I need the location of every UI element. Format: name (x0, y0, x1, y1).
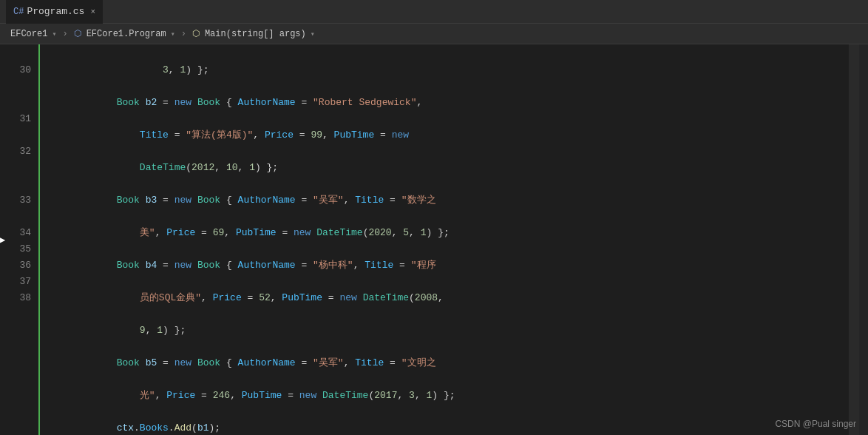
line-num-33b (0, 209, 31, 225)
title-bar: C# Program.cs × (0, 0, 868, 24)
line-num-36: 36 (0, 257, 31, 274)
code-line-32c: 9, 1) }; (47, 323, 849, 339)
line-num-37: 37 (0, 274, 31, 290)
code-line-30b: Title = "算法(第4版)", Price = 99, PubTime =… (47, 127, 849, 144)
breadcrumb-sep-2: › (180, 29, 188, 39)
code-line-30c: DateTime(2012, 10, 1) }; (47, 160, 849, 176)
breadcrumb-file[interactable]: ⬡ EFCore1.Program ▾ (69, 28, 180, 39)
code-line-32b: 员的SQL金典", Price = 52, PubTime = new Date… (47, 290, 849, 306)
line-num-32: 32 (0, 144, 31, 160)
line-num-33: 33 (0, 192, 31, 209)
code-line-31b: 美", Price = 69, PubTime = new DateTime(2… (47, 225, 849, 241)
code-line-34: ctx.Books.Add(b1); (47, 420, 849, 435)
code-line-top: 3, 1) }; (47, 62, 849, 78)
code-line-31a: Book b3 = new Book { AuthorName = "吴军", … (47, 192, 849, 209)
breadcrumb-bar: EFCore1 ▾ › ⬡ EFCore1.Program ▾ › ⬡ Main… (0, 24, 868, 44)
editor-area: ▶ 30 31 32 33 34 35 36 37 38 3, 1) }; Bo… (0, 44, 868, 435)
line-num-32c (0, 176, 31, 192)
tab-close-button[interactable]: × (90, 7, 95, 16)
project-label: EFCore1 (10, 29, 47, 39)
change-margin (37, 44, 40, 435)
breadcrumb-project[interactable]: EFCore1 ▾ (6, 29, 61, 39)
line-num-31b (0, 127, 31, 144)
code-content[interactable]: 3, 1) }; Book b2 = new Book { AuthorName… (40, 44, 849, 435)
watermark: CSDN @Pual singer (775, 419, 856, 429)
breadcrumb-sep-1: › (61, 29, 69, 39)
method-icon: ⬡ (192, 28, 200, 39)
code-line-33a: Book b5 = new Book { AuthorName = "吴军", … (47, 355, 849, 371)
code-line-32a: Book b4 = new Book { AuthorName = "杨中科",… (47, 257, 849, 274)
line-num-top (0, 46, 31, 62)
line-num-32b (0, 160, 31, 176)
tab-filename: Program.cs (27, 6, 84, 17)
line-num-31: 31 (0, 111, 31, 127)
file-label: EFCore1.Program (87, 29, 166, 39)
dropdown-arrow-1: ▾ (52, 30, 56, 38)
line-num-30c (0, 95, 31, 111)
method-label: Main(string[] args) (205, 29, 306, 39)
program-icon: ⬡ (74, 28, 81, 39)
dropdown-arrow-2: ▾ (171, 30, 175, 38)
dropdown-arrow-3: ▾ (311, 30, 315, 38)
code-line-30a: Book b2 = new Book { AuthorName = "Rober… (47, 95, 849, 111)
cs-file-icon: C# (13, 7, 24, 17)
cursor-arrow: ▶ (0, 235, 5, 246)
line-num-30b (0, 78, 31, 95)
line-num-30: 30 (0, 62, 31, 78)
vertical-scrollbar[interactable] (849, 44, 859, 435)
line-num-38: 38 (0, 290, 31, 306)
line-gutter: 30 31 32 33 34 35 36 37 38 (0, 44, 37, 435)
code-line-33b: 光", Price = 246, PubTime = new DateTime(… (47, 388, 849, 404)
breadcrumb-method[interactable]: ⬡ Main(string[] args) ▾ (188, 28, 319, 39)
file-tab[interactable]: C# Program.cs × (6, 0, 103, 24)
minimap[interactable] (859, 44, 868, 435)
